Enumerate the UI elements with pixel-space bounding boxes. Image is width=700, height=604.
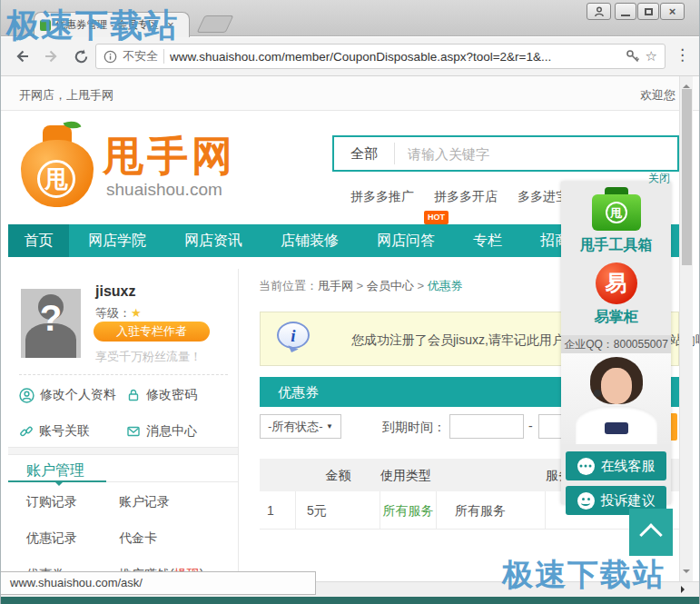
panel-spacer	[561, 444, 671, 451]
maximize-button[interactable]	[637, 3, 659, 20]
site-slogan: 开网店，上甩手网	[19, 87, 113, 104]
level-text: 等级：	[95, 306, 131, 320]
table-header: 金额	[296, 459, 380, 491]
hot-badge: HOT	[424, 211, 449, 224]
vertical-scroll-thumb[interactable]	[682, 89, 692, 265]
sidebar-link-password[interactable]: 修改密码	[126, 387, 197, 403]
username: jisuxz	[95, 283, 135, 300]
sidebar-link-bind[interactable]: 账号关联	[19, 423, 90, 440]
address-bar[interactable]: 不安全 www.shuaishou.com/member/CouponDispo…	[95, 44, 665, 69]
menu-account-records[interactable]: 账户记录	[119, 494, 170, 510]
browser-menu-icon[interactable]: ⋮	[675, 45, 690, 64]
scroll-down-arrow-icon[interactable]	[683, 569, 690, 577]
hot-link[interactable]: 拼多多推广	[350, 189, 414, 203]
back-button[interactable]	[12, 46, 32, 66]
table-cell-amount: 5元	[296, 491, 380, 529]
yizhanggui-icon[interactable]: 易	[596, 262, 637, 304]
expire-date-label: 到期时间：	[382, 420, 446, 436]
chevron-up-icon	[639, 523, 662, 546]
sidebar-link-profile[interactable]: 修改个人资料	[19, 387, 116, 403]
search-box: 全部	[332, 135, 679, 172]
back-icon	[13, 47, 31, 65]
bookmark-star-icon[interactable]: ☆	[646, 48, 657, 64]
date-range-separator: -	[528, 419, 533, 433]
maximize-icon	[645, 8, 653, 15]
forward-button[interactable]	[42, 46, 62, 66]
search-category-select[interactable]: 全部	[334, 145, 394, 163]
security-label: 不安全	[123, 48, 158, 64]
yizhanggui-label[interactable]: 易掌柜	[561, 308, 671, 327]
feedback-label: 投诉建议	[601, 492, 656, 510]
chevron-down-icon: ▼	[326, 415, 333, 438]
menu-discount-records[interactable]: 优惠记录	[26, 530, 77, 547]
user-icon	[19, 388, 35, 403]
nav-item-qa[interactable]: 网店问答	[358, 224, 454, 257]
table-cell-usage-type[interactable]: 所有服务	[380, 491, 437, 529]
table-header	[260, 459, 296, 491]
forward-icon	[43, 47, 61, 65]
hot-link[interactable]: 拼多多开店	[434, 189, 498, 203]
section-underline-rest	[106, 481, 239, 482]
sidebar-link-label: 修改密码	[146, 387, 197, 403]
level-star-icon: ★	[131, 306, 142, 320]
search-input[interactable]	[395, 146, 677, 162]
breadcrumb-sep: >	[353, 279, 367, 292]
panel-close-link[interactable]: 关闭	[648, 171, 670, 186]
agent-face	[601, 368, 632, 404]
online-service-button[interactable]: 在线客服	[566, 451, 666, 480]
breadcrumb-member-center[interactable]: 会员中心	[367, 279, 414, 292]
key-icon[interactable]	[626, 49, 640, 64]
toolbox-char: 甩	[606, 202, 627, 223]
reload-button[interactable]	[71, 46, 91, 66]
status-bar-link-preview: www.shuaishou.com/ask/	[1, 571, 316, 595]
scroll-right-arrow-icon[interactable]	[681, 586, 688, 593]
link-icon	[19, 424, 34, 439]
menu-voucher-card[interactable]: 代金卡	[119, 530, 157, 547]
table-header	[437, 459, 546, 491]
avatar-question-mark: ?	[21, 298, 81, 339]
profile-button[interactable]	[587, 3, 611, 20]
account-section-title[interactable]: 账户管理	[26, 461, 84, 480]
nav-item-academy[interactable]: 网店学院	[69, 224, 165, 257]
sidebar-link-message[interactable]: 消息中心	[126, 423, 197, 440]
breadcrumb: 当前位置：甩手网 > 会员中心 > 优惠券	[259, 278, 463, 294]
nav-item-column[interactable]: 专栏	[454, 224, 521, 257]
agent-headset-mic	[594, 390, 601, 397]
member-sidebar: ? jisuxz 等级：★ 入驻专栏作者 享受千万粉丝流量！ 修改个人资料 修改…	[8, 269, 239, 576]
table-cell-service: 所有服务	[437, 491, 546, 529]
hot-links-row: 拼多多推广拼多多开店多多进宝拼多多装修	[350, 188, 568, 205]
status-filter-select[interactable]: -所有状态- ▼	[260, 414, 341, 439]
mail-icon	[126, 424, 141, 439]
nav-item-home[interactable]: 首页	[8, 224, 69, 257]
sidebar-link-label: 消息中心	[146, 423, 197, 440]
online-service-label: 在线客服	[601, 458, 656, 475]
section-arrow	[55, 482, 63, 490]
menu-order-records[interactable]: 订购记录	[26, 494, 77, 510]
breadcrumb-sep: >	[414, 279, 428, 292]
info-bubble-icon: i	[277, 322, 310, 349]
columnist-badge[interactable]: 入驻专栏作者	[94, 322, 210, 342]
window-bottom-border	[1, 597, 700, 604]
sidebar-link-label: 修改个人资料	[40, 387, 116, 403]
url-text[interactable]: www.shuaishou.com/member/CouponDisposabl…	[170, 50, 620, 64]
info-icon	[104, 50, 117, 64]
service-agent-photo	[561, 353, 671, 444]
reload-icon	[73, 48, 90, 65]
lock-icon	[126, 388, 141, 402]
status-filter-value: -所有状态-	[268, 420, 323, 433]
avatar[interactable]: ?	[21, 289, 81, 358]
vertical-scrollbar[interactable]	[679, 76, 693, 581]
back-to-top-button[interactable]	[629, 509, 673, 556]
site-logo-title[interactable]: 甩手网	[103, 129, 236, 183]
toolbox-icon[interactable]: 甩	[592, 187, 641, 233]
nav-item-decoration[interactable]: 店铺装修	[261, 224, 358, 257]
minimize-button[interactable]	[615, 3, 636, 20]
nav-item-news[interactable]: 网店资讯	[165, 224, 261, 257]
window-close-button[interactable]: ×	[660, 3, 685, 20]
toolbox-label[interactable]: 甩手工具箱	[561, 236, 671, 255]
scroll-up-arrow-icon[interactable]	[683, 81, 690, 88]
floating-tool-panel: 甩 甩手工具箱 易 易掌柜 企业QQ：800055007 在线客服 投诉建议	[561, 182, 671, 504]
date-from-input[interactable]	[449, 414, 524, 439]
logo-char: 甩	[37, 160, 75, 198]
breadcrumb-home[interactable]: 甩手网	[318, 279, 353, 292]
